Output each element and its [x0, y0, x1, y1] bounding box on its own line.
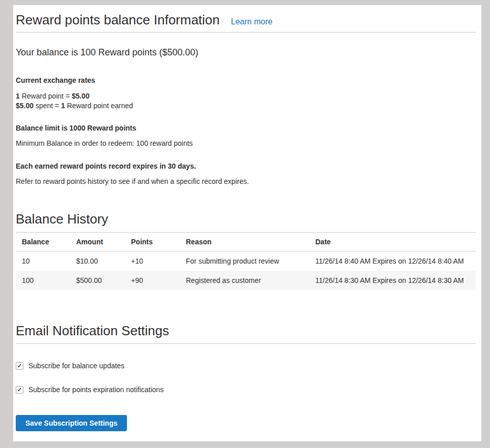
content-card: Reward points balance Information Learn … — [13, 5, 481, 441]
cell-balance: 10 — [16, 251, 70, 271]
cell-amount: $500.00 — [70, 271, 125, 290]
exchange-rates-heading: Current exchange rates — [16, 76, 476, 85]
balance-history-section: Balance History Balance Amount Points Re… — [16, 211, 476, 290]
expiration-notifications-checkbox[interactable]: ✓ — [16, 386, 23, 394]
save-subscription-settings-button[interactable]: Save Subscription Settings — [16, 415, 127, 431]
cell-reason: For submitting product review — [180, 251, 309, 271]
page-title: Reward points balance Information — [16, 12, 220, 27]
exchange-rate-line-earn: $5.00 spent = 1 Reward point earned — [16, 101, 476, 111]
email-notification-title: Email Notification Settings — [16, 323, 476, 339]
email-notification-header: Email Notification Settings — [16, 323, 476, 344]
cell-date: 11/26/14 8:30 AM Expires on 12/26/14 8:3… — [309, 271, 476, 290]
page-header: Reward points balance Information Learn … — [16, 12, 476, 33]
balance-updates-checkbox[interactable]: ✓ — [16, 362, 23, 370]
reward-points-page: { "header": { "title": "Reward points ba… — [0, 0, 490, 448]
subscribe-expiration-notifications-option: ✓ Subscribe for points expiration notifi… — [16, 386, 476, 394]
cell-points: +90 — [125, 271, 180, 290]
column-header-points: Points — [125, 233, 180, 251]
cell-reason: Registered as customer — [180, 271, 309, 290]
cell-date: 11/26/14 8:40 AM Expires on 12/26/14 8:4… — [309, 251, 476, 271]
column-header-balance: Balance — [16, 233, 70, 251]
balance-history-title: Balance History — [16, 211, 476, 227]
column-header-date: Date — [309, 233, 476, 251]
table-row: 100 $500.00 +90 Registered as customer 1… — [16, 271, 476, 290]
cell-balance: 100 — [16, 271, 70, 290]
cell-points: +10 — [125, 251, 180, 271]
expiration-text: Each earned reward points record expires… — [16, 162, 476, 171]
table-header-row: Balance Amount Points Reason Date — [16, 233, 476, 251]
balance-updates-label: Subscribe for balance updates — [28, 362, 124, 370]
column-header-reason: Reason — [180, 233, 309, 251]
expiration-notifications-label: Subscribe for points expiration notifica… — [28, 386, 164, 394]
cell-amount: $10.00 — [70, 251, 125, 271]
exchange-rate-line-redeem: 1 Reward point = $5.00 — [16, 91, 476, 101]
table-row: 10 $10.00 +10 For submitting product rev… — [16, 251, 476, 271]
column-header-amount: Amount — [70, 233, 125, 251]
balance-summary: Your balance is 100 Reward points ($500.… — [16, 47, 476, 58]
expiration-note-text: Refer to reward points history to see if… — [16, 177, 476, 186]
email-notification-section: Email Notification Settings ✓ Subscribe … — [16, 323, 476, 431]
subscribe-balance-updates-option: ✓ Subscribe for balance updates — [16, 362, 476, 370]
balance-history-table: Balance Amount Points Reason Date 10 $10… — [16, 232, 476, 290]
exchange-rates-lines: 1 Reward point = $5.00 $5.00 spent = 1 R… — [16, 91, 476, 111]
learn-more-link[interactable]: Learn more — [231, 17, 273, 26]
balance-limit-text: Balance limit is 1000 Reward points — [16, 124, 476, 133]
minimum-balance-text: Minimum Balance in order to redeem: 100 … — [16, 139, 476, 148]
